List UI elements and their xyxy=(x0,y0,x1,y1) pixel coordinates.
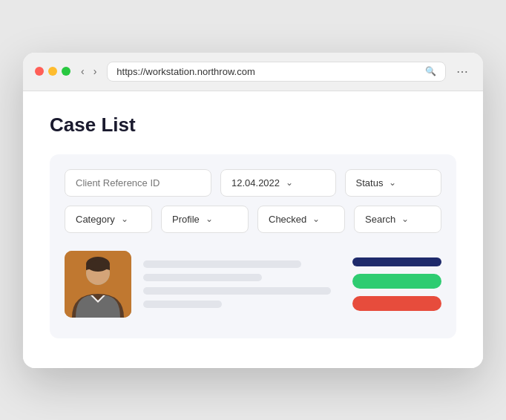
status-chevron-icon: ⌄ xyxy=(389,177,396,188)
category-filter-dropdown[interactable]: Category ⌄ xyxy=(65,206,152,233)
checked-filter-dropdown[interactable]: Checked ⌄ xyxy=(257,206,345,233)
result-lines xyxy=(143,260,341,308)
category-chevron-icon: ⌄ xyxy=(121,214,128,224)
forward-button[interactable]: › xyxy=(91,64,100,79)
profile-filter-dropdown[interactable]: Profile ⌄ xyxy=(161,206,249,233)
person-svg xyxy=(65,251,131,318)
result-line-4 xyxy=(143,301,222,308)
client-reference-id-input[interactable] xyxy=(65,169,211,197)
date-filter-dropdown[interactable]: 12.04.2022 ⌄ xyxy=(220,169,336,197)
search-filter-dropdown[interactable]: Search ⌄ xyxy=(354,206,441,233)
result-line-1 xyxy=(143,260,301,268)
profile-filter-label: Profile xyxy=(172,214,200,225)
browser-window: ‹ › https://workstation.northrow.com 🔍 ⋯… xyxy=(23,53,483,368)
result-line-2 xyxy=(143,274,262,281)
result-row xyxy=(65,245,441,324)
status-badge-red xyxy=(352,296,441,311)
date-filter-label: 12.04.2022 xyxy=(231,177,280,188)
search-chevron-icon: ⌄ xyxy=(401,214,409,224)
status-filter-label: Status xyxy=(356,177,384,188)
address-bar[interactable]: https://workstation.northrow.com 🔍 xyxy=(107,62,446,82)
search-icon: 🔍 xyxy=(425,66,436,76)
traffic-light-yellow[interactable] xyxy=(48,67,57,76)
filter-panel: 12.04.2022 ⌄ Status ⌄ Category ⌄ Profile… xyxy=(50,154,456,338)
traffic-lights xyxy=(35,67,70,76)
checked-chevron-icon: ⌄ xyxy=(312,214,320,224)
result-badges xyxy=(352,257,441,311)
search-filter-label: Search xyxy=(365,214,395,225)
back-button[interactable]: ‹ xyxy=(78,64,88,79)
nav-buttons: ‹ › xyxy=(78,64,99,79)
category-filter-label: Category xyxy=(76,214,115,225)
more-button[interactable]: ⋯ xyxy=(453,63,471,80)
filter-row-1: 12.04.2022 ⌄ Status ⌄ xyxy=(65,169,441,197)
avatar xyxy=(65,251,131,318)
checked-filter-label: Checked xyxy=(269,214,306,225)
traffic-light-red[interactable] xyxy=(35,67,44,76)
status-badge-green xyxy=(352,274,441,289)
date-chevron-icon: ⌄ xyxy=(286,177,293,188)
profile-chevron-icon: ⌄ xyxy=(206,214,213,224)
result-line-3 xyxy=(143,287,331,295)
page-title: Case List xyxy=(50,114,456,137)
status-badge-navy xyxy=(352,257,441,266)
browser-content: Case List 12.04.2022 ⌄ Status ⌄ Category… xyxy=(23,91,483,368)
url-text: https://workstation.northrow.com xyxy=(116,66,419,77)
filter-row-2: Category ⌄ Profile ⌄ Checked ⌄ Search ⌄ xyxy=(65,206,441,233)
browser-chrome: ‹ › https://workstation.northrow.com 🔍 ⋯ xyxy=(23,53,483,91)
traffic-light-green[interactable] xyxy=(62,67,70,76)
status-filter-dropdown[interactable]: Status ⌄ xyxy=(345,169,441,197)
